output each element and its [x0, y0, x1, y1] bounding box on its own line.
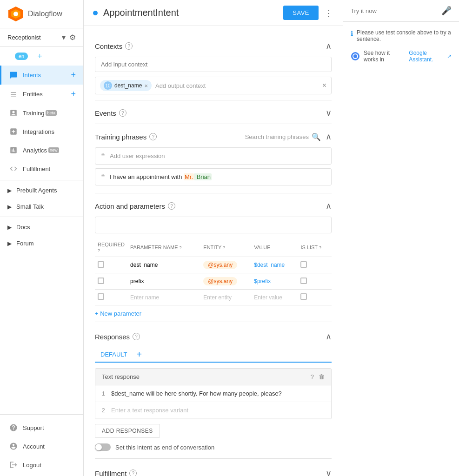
required-help-icon[interactable]: ? [98, 248, 100, 253]
search-training-phrases[interactable]: Search training phrases 🔍 [245, 132, 321, 141]
response-help-icon[interactable]: ? [311, 373, 314, 380]
events-help-icon[interactable]: ? [119, 109, 126, 117]
end-conversation-toggle[interactable] [95, 443, 111, 451]
agent-settings-icon[interactable]: ⚙ [69, 33, 76, 42]
params-table-body: dest_name @sys.any $dest_name [95, 257, 332, 305]
is-list-checkbox-1[interactable] [300, 261, 307, 268]
value-link-1[interactable]: $dest_name [254, 262, 285, 268]
search-icon[interactable]: 🔍 [312, 132, 321, 141]
sidebar-item-entities[interactable]: Entities + [0, 85, 83, 104]
sidebar-item-logout[interactable]: Logout [0, 456, 83, 474]
responses-section-header[interactable]: Responses ? ∧ [95, 324, 332, 347]
param-name-help-icon[interactable]: ? [180, 245, 182, 250]
training-phrases-help-icon[interactable]: ? [149, 133, 157, 140]
entity-cell-3[interactable]: Enter entity [200, 290, 251, 305]
sidebar-item-account[interactable]: Account [0, 437, 83, 456]
is-list-help-icon[interactable]: ? [319, 245, 321, 250]
fulfillment-section-header[interactable]: Fulfillment ? ∨ [95, 461, 332, 476]
agent-selector[interactable]: Receptionist ▾ ⚙ [0, 28, 83, 47]
sidebar-item-intents[interactable]: Intents + [0, 66, 83, 85]
fulfillment-section: Fulfillment ? ∨ [95, 461, 332, 476]
value-cell-3[interactable]: Enter value [251, 290, 298, 305]
contexts-chevron-icon[interactable]: ∧ [326, 41, 332, 51]
add-tab-icon[interactable]: + [137, 349, 142, 360]
add-entity-icon[interactable]: + [71, 89, 76, 99]
responses-title: Responses ? [95, 333, 140, 341]
entity-cell-2: @sys.any [200, 273, 251, 290]
required-checkbox-1[interactable] [98, 261, 104, 268]
required-checkbox-3[interactable] [98, 293, 104, 300]
contexts-help-icon[interactable]: ? [125, 42, 133, 50]
sidebar-item-training[interactable]: Training beta [0, 104, 83, 122]
required-cell-1 [95, 257, 127, 273]
fulfillment-chevron-icon[interactable]: ∨ [326, 468, 332, 476]
action-params-help-icon[interactable]: ? [168, 202, 175, 210]
lang-row: en + [0, 47, 83, 66]
action-params-chevron-icon[interactable]: ∧ [326, 201, 332, 211]
is-list-cell-1 [298, 257, 332, 273]
contexts-title: Contexts ? [95, 42, 133, 50]
sidebar-item-support[interactable]: Support [0, 418, 83, 437]
training-chevron-icon[interactable]: ∧ [326, 132, 332, 142]
sidebar-item-forum[interactable]: ▶ Forum [0, 235, 83, 251]
sidebar-item-fulfillment[interactable]: Fulfillment [0, 159, 83, 178]
add-intent-icon[interactable]: + [71, 70, 76, 80]
chevron-right-icon-4: ▶ [7, 240, 12, 247]
value-link-2[interactable]: $prefix [254, 278, 271, 284]
output-context-row: 10 dest_name × Add output context × [95, 77, 332, 94]
is-list-checkbox-3[interactable] [300, 293, 307, 300]
events-section-header[interactable]: Events ? ∨ [95, 100, 332, 124]
entity-icon [9, 90, 18, 99]
is-list-checkbox-2[interactable] [300, 278, 307, 284]
output-row-close-icon[interactable]: × [322, 81, 326, 90]
google-assistant-link[interactable]: Google Assistant. [409, 50, 445, 63]
sidebar-item-prebuilt-agents[interactable]: ▶ Prebuilt Agents [0, 182, 83, 198]
tab-default[interactable]: DEFAULT [95, 347, 133, 363]
add-phrase-row[interactable]: ❝ Add user expression [95, 147, 332, 165]
response-placeholder-2: Enter a text response variant [111, 407, 188, 414]
training-phrases-section: Training phrases ? Search training phras… [95, 124, 332, 193]
agent-dropdown-icon[interactable]: ▾ [62, 33, 66, 42]
text-response-header: Text response ? 🗑 [95, 369, 331, 385]
microphone-icon[interactable]: 🎤 [441, 6, 452, 16]
input-context-field[interactable] [95, 57, 332, 72]
fulfillment-help-icon[interactable]: ? [129, 469, 137, 476]
contexts-section-header[interactable]: Contexts ? ∧ [95, 33, 332, 57]
sidebar-item-small-talk[interactable]: ▶ Small Talk [0, 198, 83, 215]
entity-badge-2: @sys.any [203, 277, 237, 285]
end-conversation-row: Set this intent as end of conversation [95, 443, 332, 451]
info-row: ℹ Please use test console above to try a… [351, 29, 452, 42]
add-output-context-input[interactable]: Add output context [155, 82, 322, 89]
param-name-cell-3[interactable]: Enter name [127, 290, 200, 305]
sidebar-item-analytics[interactable]: Analytics new [0, 141, 83, 159]
new-parameter-btn[interactable]: + New parameter [95, 305, 332, 322]
add-responses-button[interactable]: ADD RESPONSES [95, 424, 160, 438]
lang-badge[interactable]: en [15, 53, 28, 60]
save-button[interactable]: SAVE [283, 6, 319, 20]
sidebar-item-integrations[interactable]: Integrations [0, 122, 83, 141]
required-checkbox-2[interactable] [98, 278, 104, 284]
responses-help-icon[interactable]: ? [133, 333, 140, 340]
action-params-header[interactable]: Action and parameters ? ∧ [95, 193, 332, 217]
sidebar-item-docs[interactable]: ▶ Docs [0, 219, 83, 235]
more-options-icon[interactable]: ⋮ [324, 7, 333, 19]
sidebar: Dialogflow Receptionist ▾ ⚙ en + Intents… [0, 0, 84, 476]
response-row-2[interactable]: 2 Enter a text response variant [95, 402, 331, 419]
chip-close-icon[interactable]: × [144, 82, 148, 89]
training-label: Training [23, 110, 44, 117]
add-lang-icon[interactable]: + [37, 52, 42, 61]
chat-icon [9, 71, 18, 80]
required-col-header: REQUIRED ? [95, 238, 127, 257]
quote-icon-2: ❝ [101, 172, 105, 181]
response-row-1[interactable]: 1 $dest_name will be here shortly. For h… [95, 385, 331, 402]
phrase-row-1[interactable]: ❝ I have an appointment with Mr. Brian [95, 168, 332, 185]
try-it-input[interactable] [351, 7, 441, 14]
chevron-right-icon: ▶ [7, 187, 12, 194]
entities-label: Entities [23, 91, 43, 98]
events-chevron-icon[interactable]: ∨ [326, 108, 332, 118]
action-input-field[interactable]: input.appointment [95, 217, 332, 233]
responses-chevron-icon[interactable]: ∧ [326, 331, 332, 342]
search-label: Search training phrases [245, 133, 309, 140]
response-delete-icon[interactable]: 🗑 [319, 373, 325, 380]
entity-help-icon[interactable]: ? [223, 245, 225, 250]
